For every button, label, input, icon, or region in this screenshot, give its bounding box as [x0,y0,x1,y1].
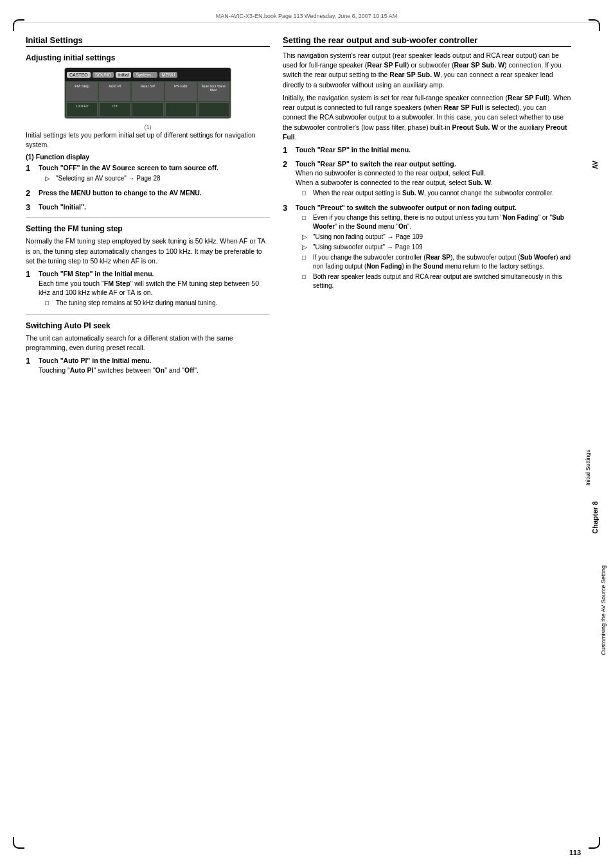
step-1-title: Touch "OFF" in the AV Source screen to t… [39,163,270,173]
check-icon: □ [45,299,53,308]
section-heading-initial: Initial Settings [26,35,270,47]
side-label-initial-settings: Initial Settings [585,450,591,486]
file-meta-text: MAN-AVIC-X3-EN.book Page 113 Wednesday, … [216,13,398,19]
rear-step-2-body1: When no subwoofer is connected to the re… [296,168,571,178]
right-column: Setting the rear output and sub-woofer c… [283,35,571,379]
device-label: (1) [26,124,270,130]
side-label-customising: Customising the AV Source Setting [600,565,607,655]
rear-step-2-check: □ When the rear output setting is Sub. W… [302,189,571,198]
section-heading-rear: Setting the rear output and sub-woofer c… [283,35,571,47]
device-cell-fmstep: FM Step [66,82,98,101]
step-2-title: Press the MENU button to change to the A… [39,188,270,198]
page-container: MAN-AVIC-X3-EN.book Page 113 Wednesday, … [0,0,613,868]
auto-pi-intro: The unit can automatically search for a … [26,333,270,353]
step-2: 2 Press the MENU button to change to the… [26,188,270,199]
fm-step-1: 1 Touch "FM Step" in the Initial menu. E… [26,269,270,309]
device-tab-casteo: CASTEO [67,72,91,78]
check-icon-4: □ [302,253,310,271]
device-cell-empty2 [165,102,197,117]
device-tab-system: System... [133,72,157,78]
sub-heading-autopi: Switching Auto PI seek [26,321,270,330]
rear-step-1-title: Touch "Rear SP" in the Initial menu. [296,145,571,155]
autopi-step-1: 1 Touch "Auto PI" in the Initial menu. T… [26,356,270,375]
device-cell-empty3 [198,102,229,117]
rear-step-3-title: Touch "Preout" to switch the subwoofer o… [296,203,571,213]
left-column: Initial Settings Adjusting initial setti… [26,35,270,379]
device-tab-sound: SOUND [93,72,114,78]
intro-text: Initial settings lets you perform initia… [26,130,270,150]
rear-step-3-check3: □ Both rear speaker leads output and RCA… [302,272,571,290]
autopi-step-1-title: Touch "Auto PI" in the Initial menu. [39,356,270,366]
check-icon-5: □ [302,272,310,290]
step-1: 1 Touch "OFF" in the AV Source screen to… [26,163,270,184]
divider-1 [26,217,270,218]
rear-step-3-arrow2: ▷ "Using subwoofer output" → Page 109 [302,243,571,252]
fm-step-1-body: Each time you touch "FM Step" will switc… [39,279,270,297]
arrow-icon: ▷ [45,174,53,183]
step-1-sub: ▷ "Selecting an AV source" → Page 28 [45,174,270,183]
sub-heading-fm: Setting the FM tuning step [26,224,270,233]
func-display-label: (1) Function display [26,153,270,161]
device-cell-rearsp: Rear SP [132,82,163,101]
rear-step-3-arrow1: ▷ "Using non fading output" → Page 109 [302,233,571,242]
sub-heading-adjusting: Adjusting initial settings [26,53,270,62]
autopi-step-1-body: Touching "Auto PI" switches between "On"… [39,366,270,375]
fm-step-1-title: Touch "FM Step" in the Initial menu. [39,269,270,279]
device-cell-pnedit: PN Edit [165,82,197,101]
device-tab-menu: MENU [159,72,178,78]
device-cell-autopi: Auto PI [99,82,130,101]
rear-step-3-check2: □ If you change the subwoofer controller… [302,253,571,271]
device-cell-mute: Mute bout /Dane Meto [198,82,229,101]
rear-step-2-body2: When a subwoofer is connected to the rea… [296,178,571,188]
rear-step-3: 3 Touch "Preout" to switch the subwoofer… [283,203,571,292]
device-screenshot: CASTEO SOUND Initial System... MENU FM S… [64,67,231,119]
step-3: 3 Touch "Initial". [26,202,270,213]
top-meta: MAN-AVIC-X3-EN.book Page 113 Wednesday, … [13,13,600,22]
device-tab-initial: Initial [116,72,131,78]
rear-intro-1: This navigation system's rear output (re… [283,51,571,90]
fm-intro: Normally the FM tuning step employed by … [26,236,270,266]
rear-step-1: 1 Touch "Rear SP" in the Initial menu. [283,145,571,155]
fm-check-1: □ The tuning step remains at 50 kHz duri… [45,299,270,308]
device-content-grid: FM Step Auto PI Rear SP PN Edit Mute bou… [65,81,231,118]
rear-intro-2: Initially, the navigation system is set … [283,93,571,142]
device-cell-off: Off [99,102,130,117]
device-cell-empty1 [132,102,163,117]
divider-2 [26,314,270,315]
rear-step-3-check1: □ Even if you change this setting, there… [302,213,571,231]
check-icon-2: □ [302,189,310,198]
device-top-bar: CASTEO SOUND Initial System... MENU [65,68,231,81]
page-number: 113 [569,849,581,856]
device-cell-100khz: 100kHz [66,102,98,117]
side-label-chapter8: Chapter 8 [591,501,599,534]
side-label-av: AV [592,161,599,169]
rear-step-2: 2 Touch "Rear SP" to switch the rear out… [283,159,571,199]
rear-step-2-title: Touch "Rear SP" to switch the rear outpu… [296,159,571,169]
arrow-icon-3: ▷ [302,243,310,252]
step-3-title: Touch "Initial". [39,202,270,212]
arrow-icon-2: ▷ [302,233,310,242]
check-icon-3: □ [302,213,310,231]
